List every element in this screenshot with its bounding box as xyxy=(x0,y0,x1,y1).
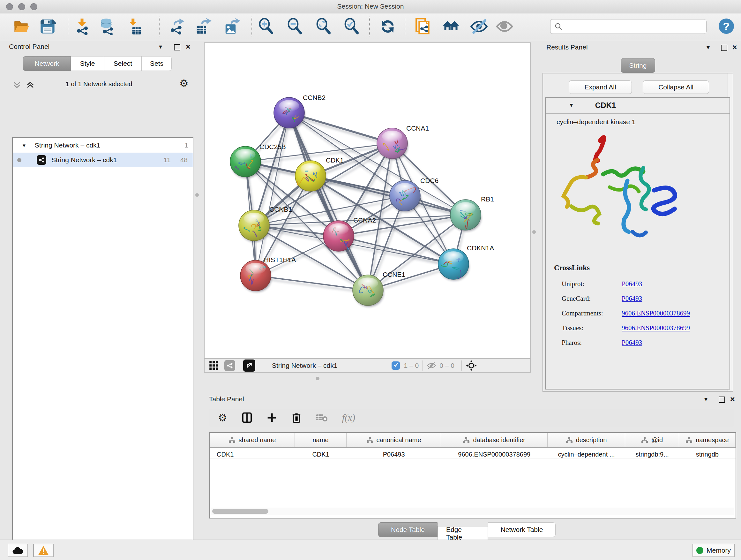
control-panel-title: Control Panel xyxy=(9,43,50,51)
cell-namespace[interactable]: stringdb xyxy=(679,448,736,458)
zoom-out-button[interactable] xyxy=(285,17,304,36)
cell-name[interactable]: CDK1 xyxy=(295,448,347,458)
column-header-name[interactable]: name xyxy=(295,433,347,447)
add-column-plus-icon[interactable] xyxy=(267,413,277,423)
delete-table-icon[interactable] xyxy=(316,413,327,422)
close-panel-button[interactable]: × xyxy=(186,42,191,51)
column-header-id[interactable]: @id xyxy=(625,433,679,447)
tab-network-table[interactable]: Network Table xyxy=(488,522,556,537)
clone-network-button[interactable] xyxy=(414,17,432,36)
string-network-graph[interactable]: CCNB2CCNA1CDC25BCDK1CDC6RB1CCNB1CCNA2CDK… xyxy=(205,43,530,358)
column-header-databaseidentifier[interactable]: database identifier xyxy=(441,433,548,447)
tab-network[interactable]: Network xyxy=(23,56,71,71)
open-session-button[interactable] xyxy=(12,17,30,36)
cdk1-card-header[interactable]: ▼ CDK1 xyxy=(546,98,730,114)
function-builder-icon[interactable]: f(x) xyxy=(342,412,355,423)
collection-expand-arrow[interactable]: ▼ xyxy=(22,143,26,148)
collapse-all-icon[interactable] xyxy=(13,81,22,89)
tab-edge-table[interactable]: Edge Table xyxy=(437,526,488,541)
warnings-button[interactable] xyxy=(33,544,54,557)
cell-id[interactable]: stringdb:9... xyxy=(625,448,679,458)
collapse-section-arrow[interactable]: ▼ xyxy=(569,102,574,109)
export-table-button[interactable] xyxy=(194,17,212,36)
vertical-splitter-handle[interactable] xyxy=(532,230,536,234)
import-network-database-button[interactable] xyxy=(98,17,116,36)
node-RB1[interactable]: RB1 xyxy=(450,195,494,232)
cell-databaseidentifier[interactable]: 9606.ENSP00000378699 xyxy=(441,448,548,458)
show-all-button[interactable] xyxy=(442,17,460,36)
delete-column-trash-icon[interactable] xyxy=(292,412,301,423)
zoom-fit-button[interactable] xyxy=(314,17,333,36)
column-header-namespace[interactable]: namespace xyxy=(679,433,736,447)
table-row[interactable]: CDK1CDK1P064939606.ENSP00000378699cyclin… xyxy=(210,448,736,458)
network-thumbnail-icon[interactable] xyxy=(224,360,235,371)
save-session-button[interactable] xyxy=(38,17,57,36)
crosslink-value[interactable]: 9606.ENSP00000378699 xyxy=(622,324,690,332)
network-collection-row[interactable]: ▼ String Network – cdk1 1 xyxy=(13,138,193,152)
zoom-selected-button[interactable] xyxy=(342,17,360,36)
network-row-selected[interactable]: String Network – cdk1 11 48 xyxy=(13,152,193,167)
tab-string[interactable]: String xyxy=(621,58,655,73)
expand-all-icon[interactable] xyxy=(26,81,36,89)
network-panel-gear-icon[interactable]: ⚙ xyxy=(179,77,189,89)
zoom-in-button[interactable] xyxy=(257,17,275,36)
vertical-splitter-handle[interactable] xyxy=(195,193,199,197)
grid-view-icon[interactable] xyxy=(209,361,219,370)
memory-status-dot-icon xyxy=(696,547,703,554)
cell-sharedname[interactable]: CDK1 xyxy=(210,448,295,458)
horizontal-scrollbar-track[interactable] xyxy=(211,508,734,515)
crosslink-value[interactable]: P06493 xyxy=(622,295,642,302)
tab-style[interactable]: Style xyxy=(71,56,104,71)
node-CCNA1[interactable]: CCNA1 xyxy=(377,125,429,160)
search-box[interactable] xyxy=(550,19,706,34)
birds-eye-view-icon[interactable] xyxy=(466,360,477,371)
node-HIST1H1A[interactable]: HIST1H1A xyxy=(240,256,296,292)
tab-select[interactable]: Select xyxy=(104,56,142,71)
import-network-file-button[interactable] xyxy=(73,17,91,36)
column-header-sharedname[interactable]: shared name xyxy=(210,433,295,447)
crosslink-value[interactable]: P06493 xyxy=(622,339,642,347)
table-settings-gear-icon[interactable]: ⚙ xyxy=(218,412,227,424)
crosslink-label: Compartments: xyxy=(562,306,622,320)
horizontal-scrollbar-thumb[interactable] xyxy=(212,509,268,514)
export-image-button[interactable] xyxy=(223,17,241,36)
search-input[interactable] xyxy=(562,23,697,30)
float-panel-button[interactable]: ▾ xyxy=(704,395,708,403)
cloud-status-button[interactable] xyxy=(8,544,28,557)
cell-description[interactable]: cyclin–dependent ... xyxy=(548,448,625,458)
maximize-panel-button[interactable] xyxy=(721,45,727,51)
zoom-fit-icon xyxy=(315,18,332,35)
column-header-description[interactable]: description xyxy=(548,433,625,447)
column-header-canonicalname[interactable]: canonical name xyxy=(347,433,441,447)
hide-selected-button[interactable] xyxy=(470,17,488,36)
help-button[interactable]: ? xyxy=(719,18,734,34)
node-CDK1[interactable]: CDK1 xyxy=(295,157,344,192)
float-panel-button[interactable]: ▾ xyxy=(159,43,162,51)
node-label-CCNB2: CCNB2 xyxy=(303,94,326,101)
memory-button[interactable]: Memory xyxy=(692,544,735,557)
close-panel-button[interactable]: × xyxy=(732,43,737,52)
network-canvas[interactable]: CCNB2CCNA1CDC25BCDK1CDC6RB1CCNB1CCNA2CDK… xyxy=(204,43,531,359)
cell-canonicalname[interactable]: P06493 xyxy=(347,448,441,458)
float-panel-button[interactable]: ▾ xyxy=(706,44,710,51)
crosslink-value[interactable]: 9606.ENSP00000378699 xyxy=(622,309,690,317)
show-columns-icon[interactable] xyxy=(242,412,252,423)
horizontal-splitter-handle[interactable] xyxy=(316,377,320,380)
apply-layout-button[interactable] xyxy=(379,17,397,36)
maximize-panel-button[interactable] xyxy=(719,396,725,403)
tab-sets[interactable]: Sets xyxy=(142,56,172,71)
maximize-panel-button[interactable] xyxy=(174,44,180,51)
export-network-button[interactable] xyxy=(167,17,186,36)
selected-nodes-checkbox[interactable] xyxy=(392,361,400,370)
import-table-file-button[interactable] xyxy=(125,17,143,36)
close-panel-button[interactable]: × xyxy=(730,395,735,404)
expand-all-button[interactable]: Expand All xyxy=(569,80,632,94)
open-in-new-window-icon[interactable] xyxy=(243,360,255,372)
export-table-icon xyxy=(195,18,212,35)
collection-label: String Network – cdk1 xyxy=(35,141,100,149)
toolbar-separator xyxy=(68,17,68,37)
crosslink-value[interactable]: P06493 xyxy=(622,280,642,288)
collapse-all-button[interactable]: Collapse All xyxy=(643,80,709,94)
show-hidden-button[interactable] xyxy=(495,17,514,36)
tab-node-table[interactable]: Node Table xyxy=(378,522,437,537)
